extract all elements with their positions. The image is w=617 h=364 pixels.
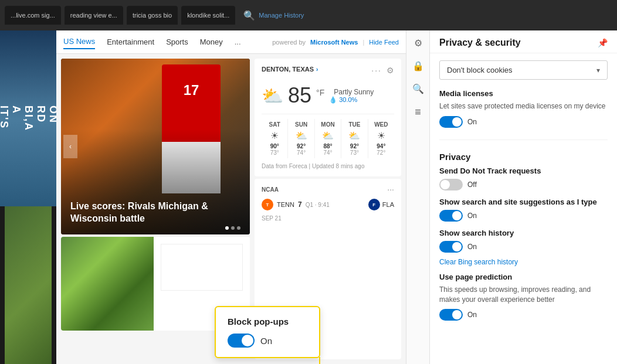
hero-dot-1[interactable]	[225, 226, 229, 230]
forecast-day-sat-high: 90°	[262, 143, 287, 149]
forecast-day-sun-name: SUN	[288, 121, 314, 128]
privacy-section: Privacy Send Do Not Track requests Off S…	[439, 152, 608, 321]
forecast-day-sun[interactable]: SUN ⛅ 92° 74°	[288, 119, 314, 158]
weather-source: Data from Foreca | Updated 8 mins ago	[262, 163, 394, 169]
search-suggestions-section: Show search and site suggestions as I ty…	[439, 198, 608, 222]
search-history-toggle-row: On	[439, 241, 608, 253]
nav-item-more[interactable]: ...	[235, 38, 241, 46]
browser-tab-4[interactable]: klondike solit...	[181, 6, 235, 25]
media-licenses-desc: Let sites save protected media licenses …	[439, 101, 608, 111]
hide-feed-button[interactable]: Hide Feed	[369, 39, 399, 46]
gear-icon[interactable]: ⚙	[412, 35, 425, 51]
weather-location[interactable]: DENTON, TEXAS ›	[262, 66, 318, 73]
browser-tab-1[interactable]: ...live.com sig...	[5, 6, 61, 25]
section-divider	[439, 140, 608, 140]
chevron-right-icon: ›	[316, 66, 318, 73]
block-popups-toggle[interactable]	[228, 334, 255, 348]
media-licenses-toggle-label: On	[467, 118, 477, 126]
forecast-day-sat-low: 73°	[262, 149, 287, 156]
hero-nav-dots	[225, 226, 240, 230]
send-dnt-title: Send Do Not Track requests	[439, 166, 608, 175]
forecast-day-sat-icon: ☀	[262, 130, 287, 141]
weather-desc-col: Partly Sunny 💧 30.0%	[329, 88, 374, 104]
lock-icon[interactable]: 🔒	[410, 58, 426, 74]
hero-dot-2[interactable]	[231, 226, 235, 230]
media-licenses-section: Media licenses Let sites save protected …	[439, 89, 608, 128]
media-licenses-toggle-row: On	[439, 116, 608, 128]
weather-unit: °F	[316, 88, 324, 97]
search-suggestions-title: Show search and site suggestions as I ty…	[439, 198, 608, 206]
forecast-day-sat[interactable]: SAT ☀ 90° 73°	[262, 119, 288, 158]
search-history-toggle[interactable]	[439, 241, 463, 253]
forecast-day-mon-name: MON	[315, 121, 341, 128]
forecast-day-sun-low: 74°	[288, 149, 314, 156]
ncaa-team1-name: TENN	[277, 201, 294, 208]
sidebar-icons: ⚙ 🔒 🔍 ≡	[406, 30, 429, 364]
popup-line	[319, 357, 320, 364]
left-strip: IT'SABI,ARDON	[0, 30, 56, 364]
search-suggestions-toggle-label: On	[467, 212, 477, 220]
nav-item-money[interactable]: Money	[200, 35, 223, 49]
ncaa-header: NCAA ···	[262, 185, 394, 194]
chevron-down-icon: ▾	[596, 66, 600, 74]
block-popups-title: Block pop-ups	[228, 317, 307, 326]
search-history-section: Show search history On Clear Bing search…	[439, 229, 608, 267]
browser-tab-3[interactable]: tricia goss bio	[127, 6, 178, 25]
ms-news-logo: Microsoft News	[310, 39, 358, 46]
ncaa-game[interactable]: T TENN 7 Q1 · 9:41 F FLA	[262, 199, 394, 210]
forecast-day-mon-icon: ⛅	[315, 130, 341, 141]
panel-header: Privacy & security 📌	[430, 30, 617, 53]
ncaa-ellipsis[interactable]: ···	[387, 185, 394, 194]
strip-image: IT'SABI,ARDON	[0, 30, 56, 206]
nav-item-entertainment[interactable]: Entertainment	[107, 35, 154, 49]
content-area: 17 ‹ Live scores: Rivals Michigan & Wisc…	[56, 54, 406, 364]
hero-prev-button[interactable]: ‹	[63, 135, 77, 158]
forecast-day-wed-name: WED	[368, 121, 394, 128]
clear-bing-history-link[interactable]: Clear Bing search history	[439, 258, 518, 266]
block-popups-tooltip: Block pop-ups On	[215, 306, 320, 358]
nav-item-usnews[interactable]: US News	[63, 35, 95, 49]
weather-main: ⛅ 85 °F Partly Sunny 💧 30.0%	[262, 83, 394, 108]
nav-right: powered by Microsoft News | Hide Feed	[272, 39, 399, 46]
forecast-day-tue[interactable]: TUE ⛅ 92° 73°	[341, 119, 368, 158]
weather-filter-icon[interactable]: ⚙	[387, 66, 394, 75]
search-suggestions-toggle-row: On	[439, 210, 608, 222]
page-prediction-toggle-label: On	[467, 311, 477, 319]
forecast-day-mon-high: 88°	[315, 143, 341, 149]
forecast-day-wed-high: 94°	[368, 143, 394, 149]
hero-dot-3[interactable]	[237, 226, 240, 230]
send-dnt-section: Send Do Not Track requests Off	[439, 166, 608, 190]
small-card-image	[61, 237, 154, 331]
page-prediction-title: Use page prediction	[439, 273, 608, 281]
nav-item-sports[interactable]: Sports	[166, 35, 188, 49]
ncaa-team2-icon: F	[368, 199, 380, 210]
privacy-section-title: Privacy	[439, 152, 608, 162]
browser-tab-2[interactable]: reading view e...	[65, 6, 123, 25]
weather-condition: Partly Sunny	[334, 88, 374, 96]
panel-title: Privacy & security	[439, 38, 521, 48]
forecast-day-sun-high: 92°	[288, 143, 314, 149]
send-dnt-toggle[interactable]	[439, 179, 463, 190]
filter-icon[interactable]: ≡	[412, 104, 423, 121]
page-prediction-toggle-row: On	[439, 309, 608, 321]
pin-icon[interactable]: 📌	[598, 38, 608, 47]
search-sidebar-icon[interactable]: 🔍	[410, 81, 426, 97]
weather-temp: 85	[288, 83, 311, 108]
search-history-title: Show search history	[439, 229, 608, 237]
weather-ellipsis[interactable]: ···	[371, 66, 382, 75]
hero-card[interactable]: 17 ‹ Live scores: Rivals Michigan & Wisc…	[61, 59, 250, 234]
forecast-day-wed-icon: ☀	[368, 130, 394, 141]
forecast-day-mon[interactable]: MON ⛅ 88° 74°	[315, 119, 341, 158]
weather-icon: ⛅	[262, 86, 283, 106]
media-licenses-toggle[interactable]	[439, 116, 463, 128]
forecast-day-wed[interactable]: WED ☀ 94° 72°	[368, 119, 394, 158]
cookies-dropdown[interactable]: Don't block cookies ▾	[439, 60, 608, 80]
nav-bar: US News Entertainment Sports Money ... p…	[56, 30, 406, 54]
page-prediction-toggle[interactable]	[439, 309, 463, 321]
ncaa-quarter-time: Q1 · 9:41	[306, 202, 330, 208]
manage-history-button[interactable]: Manage History	[259, 12, 304, 19]
forecast-day-tue-icon: ⛅	[341, 130, 367, 141]
forecast-day-sun-icon: ⛅	[288, 130, 314, 141]
hero-card-title: Live scores: Rivals Michigan & Wisconsin…	[70, 200, 240, 225]
search-suggestions-toggle[interactable]	[439, 210, 463, 222]
